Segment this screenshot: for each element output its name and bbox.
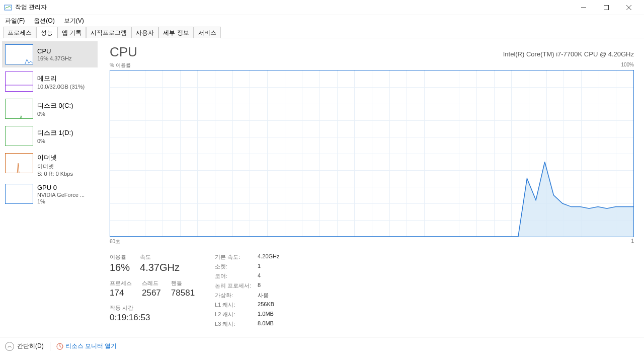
stat-key: 코어: (215, 272, 258, 280)
divider (50, 342, 50, 351)
title-bar: 작업 관리자 (0, 0, 644, 15)
stat-key: 기본 속도: (215, 253, 258, 261)
window-controls (572, 0, 640, 15)
sidebar-sub2: 1% (37, 198, 85, 204)
sidebar-sub: 이더넷 (37, 163, 73, 170)
window-title: 작업 관리자 (15, 3, 572, 12)
cpu-chart[interactable] (110, 70, 634, 237)
cpu-model: Intel(R) Core(TM) i7-7700K CPU @ 4.20GHz (503, 50, 634, 58)
stat-key: L1 캐시: (215, 301, 258, 309)
speed-value: 4.37GHz (140, 262, 180, 273)
sidebar-sub: 10.0/32.0GB (31%) (37, 84, 85, 90)
stat-val: 1 (258, 263, 261, 270)
sidebar: CPU 16% 4.37GHz 메모리 10.0/32.0GB (31%) 디스… (0, 38, 100, 344)
sidebar-sub: NVIDIA GeForce ... (37, 192, 85, 198)
sidebar-item-CPU[interactable]: CPU 16% 4.37GHz (2, 41, 98, 67)
stat-key: L2 캐시: (215, 311, 258, 318)
stat-row: L3 캐시:8.0MB (215, 320, 279, 328)
sidebar-item-메모리[interactable]: 메모리 10.0/32.0GB (31%) (2, 68, 98, 95)
stats-right: 기본 속도:4.20GHz소켓:1코어:4논리 프로세서:8가상화:사용L1 캐… (215, 253, 279, 328)
sidebar-sub: 0% (37, 138, 73, 144)
stat-row: 소켓:1 (215, 263, 279, 270)
thumbnail (5, 126, 33, 146)
sidebar-sub: 0% (37, 111, 73, 117)
stat-val: 4.20GHz (258, 253, 279, 261)
app-icon (4, 4, 12, 12)
stat-row: 코어:4 (215, 272, 279, 280)
tab-앱 기록[interactable]: 앱 기록 (57, 27, 86, 38)
stat-val: 4 (258, 272, 261, 280)
menu-file[interactable]: 파일(F) (3, 16, 27, 26)
thumbnail (5, 184, 33, 204)
main-panel: CPU Intel(R) Core(TM) i7-7700K CPU @ 4.2… (100, 38, 644, 344)
util-label: 이용률 (110, 253, 130, 261)
menu-options[interactable]: 옵션(O) (32, 16, 56, 26)
speed-label: 속도 (140, 253, 180, 261)
resource-monitor-link[interactable]: 리소스 모니터 열기 (56, 342, 117, 350)
stat-key: 가상화: (215, 292, 258, 299)
menu-bar: 파일(F) 옵션(O) 보기(V) (0, 15, 644, 26)
x-axis-right: 1 (631, 238, 634, 245)
collapse-button[interactable]: ︿ 간단히(D) (5, 342, 44, 351)
tab-세부 정보[interactable]: 세부 정보 (158, 27, 193, 38)
stat-val: 8 (258, 282, 261, 290)
sidebar-item-디스크 0(C:)[interactable]: 디스크 0(C:) 0% (2, 96, 98, 122)
stat-row: L2 캐시:1.0MB (215, 311, 279, 318)
monitor-icon (56, 343, 63, 350)
page-title: CPU (110, 44, 137, 60)
svg-rect-2 (604, 5, 608, 10)
sidebar-title: 이더넷 (37, 153, 73, 162)
y-axis-max: 100% (621, 62, 634, 69)
thumbnail (5, 72, 33, 92)
stat-row: L1 캐시:256KB (215, 301, 279, 309)
sidebar-title: 메모리 (37, 74, 85, 83)
sidebar-title: GPU 0 (37, 184, 85, 191)
sidebar-item-GPU 0[interactable]: GPU 0 NVIDIA GeForce ... 1% (2, 181, 98, 207)
sidebar-title: 디스크 0(C:) (37, 101, 73, 110)
maximize-button[interactable] (595, 0, 617, 15)
y-axis-label: % 이용률 (110, 62, 131, 69)
stat-key: L3 캐시: (215, 320, 258, 328)
stat-val: 8.0MB (258, 320, 274, 328)
tab-시작프로그램[interactable]: 시작프로그램 (86, 27, 131, 38)
close-button[interactable] (617, 0, 640, 15)
sidebar-sub2: S: 0 R: 0 Kbps (37, 171, 73, 177)
proc-label: 프로세스 (110, 279, 132, 287)
tab-프로세스[interactable]: 프로세스 (3, 27, 36, 38)
tab-성능[interactable]: 성능 (36, 27, 57, 38)
thumbnail (5, 44, 33, 64)
thumbnail (5, 153, 33, 173)
sidebar-sub: 16% 4.37GHz (37, 55, 71, 61)
footer: ︿ 간단히(D) 리소스 모니터 열기 (0, 337, 644, 355)
stat-val: 사용 (258, 292, 269, 299)
chevron-up-icon: ︿ (5, 342, 14, 351)
handles-label: 핸들 (171, 279, 195, 287)
stat-row: 가상화:사용 (215, 292, 279, 299)
proc-value: 174 (110, 288, 132, 298)
tab-서비스[interactable]: 서비스 (194, 27, 221, 38)
threads-label: 스레드 (142, 279, 161, 287)
sidebar-item-이더넷[interactable]: 이더넷 이더넷 S: 0 R: 0 Kbps (2, 150, 98, 180)
stat-row: 기본 속도:4.20GHz (215, 253, 279, 261)
sidebar-title: 디스크 1(D:) (37, 128, 73, 137)
stat-key: 소켓: (215, 263, 258, 270)
sidebar-title: CPU (37, 47, 71, 55)
handles-value: 78581 (171, 288, 195, 298)
threads-value: 2567 (142, 288, 161, 298)
x-axis-left: 60초 (110, 238, 120, 245)
uptime-value: 0:19:16:53 (110, 313, 195, 323)
stat-val: 1.0MB (258, 311, 274, 318)
stat-val: 256KB (258, 301, 274, 309)
stat-key: 논리 프로세서: (215, 282, 258, 290)
stats: 이용률 16% 속도 4.37GHz 프로세스 174 스레드 (110, 253, 634, 328)
tab-bar: 프로세스성능앱 기록시작프로그램사용자세부 정보서비스 (0, 26, 644, 38)
stat-row: 논리 프로세서:8 (215, 282, 279, 290)
thumbnail (5, 99, 33, 119)
menu-view[interactable]: 보기(V) (62, 16, 86, 26)
uptime-label: 작동 시간 (110, 304, 195, 312)
sidebar-item-디스크 1(D:)[interactable]: 디스크 1(D:) 0% (2, 123, 98, 149)
tab-사용자[interactable]: 사용자 (131, 27, 158, 38)
minimize-button[interactable] (572, 0, 595, 15)
util-value: 16% (110, 262, 130, 273)
